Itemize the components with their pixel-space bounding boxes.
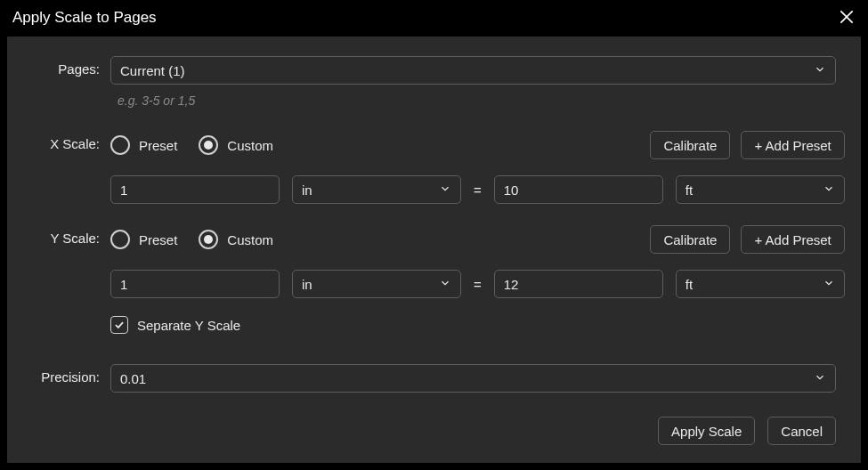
yscale-from-unit-select[interactable]: in [292, 270, 461, 298]
precision-label: Precision: [7, 364, 110, 385]
chevron-down-icon [439, 277, 451, 292]
yscale-add-preset-button[interactable]: + Add Preset [741, 225, 844, 254]
chevron-down-icon [439, 182, 451, 198]
apply-scale-button[interactable]: Apply Scale [658, 417, 755, 445]
titlebar: Apply Scale to Pages [0, 0, 868, 36]
xscale-preset-radio[interactable] [110, 135, 130, 155]
equals-sign: = [474, 277, 482, 292]
pages-hint: e.g. 3-5 or 1,5 [118, 93, 836, 108]
cancel-button[interactable]: Cancel [767, 417, 836, 445]
precision-select[interactable]: 0.01 [110, 364, 836, 393]
xscale-from-unit-value: in [302, 182, 312, 198]
yscale-from-value-input[interactable]: 1 [110, 270, 280, 298]
pages-label: Pages: [7, 56, 110, 77]
separate-y-label: Separate Y Scale [137, 318, 240, 333]
yscale-to-unit-select[interactable]: ft [676, 270, 845, 298]
xscale-to-value-input[interactable]: 10 [494, 175, 663, 204]
equals-sign: = [474, 182, 482, 198]
xscale-to-unit-select[interactable]: ft [676, 175, 845, 204]
yscale-from-unit-value: in [302, 277, 312, 292]
close-icon[interactable] [838, 8, 856, 28]
chevron-down-icon [814, 63, 826, 78]
xscale-label: X Scale: [7, 131, 110, 151]
yscale-preset-radio[interactable] [110, 230, 130, 249]
xscale-custom-label: Custom [227, 138, 273, 153]
chevron-down-icon [823, 182, 835, 198]
precision-value: 0.01 [120, 371, 146, 386]
xscale-preset-label: Preset [139, 138, 177, 153]
yscale-preset-label: Preset [139, 232, 177, 247]
dialog-panel: Pages: Current (1) e.g. 3-5 or 1,5 X Sca… [6, 36, 862, 464]
separate-y-checkbox[interactable] [110, 316, 128, 334]
yscale-custom-radio[interactable] [199, 230, 218, 249]
xscale-custom-radio[interactable] [199, 135, 218, 155]
xscale-to-unit-value: ft [685, 182, 693, 198]
yscale-to-unit-value: ft [685, 277, 693, 292]
xscale-from-value-input[interactable]: 1 [110, 175, 280, 204]
yscale-calibrate-button[interactable]: Calibrate [650, 225, 730, 254]
yscale-to-value-input[interactable]: 12 [494, 270, 663, 298]
xscale-add-preset-button[interactable]: + Add Preset [741, 131, 844, 159]
yscale-custom-label: Custom [227, 232, 273, 247]
chevron-down-icon [823, 277, 835, 292]
xscale-from-unit-select[interactable]: in [292, 175, 461, 204]
chevron-down-icon [814, 371, 826, 386]
dialog-footer: Apply Scale Cancel [658, 417, 836, 445]
pages-select[interactable]: Current (1) [110, 56, 836, 85]
yscale-label: Y Scale: [7, 225, 110, 246]
xscale-calibrate-button[interactable]: Calibrate [650, 131, 730, 159]
pages-select-value: Current (1) [120, 63, 185, 78]
dialog-title: Apply Scale to Pages [12, 9, 157, 27]
